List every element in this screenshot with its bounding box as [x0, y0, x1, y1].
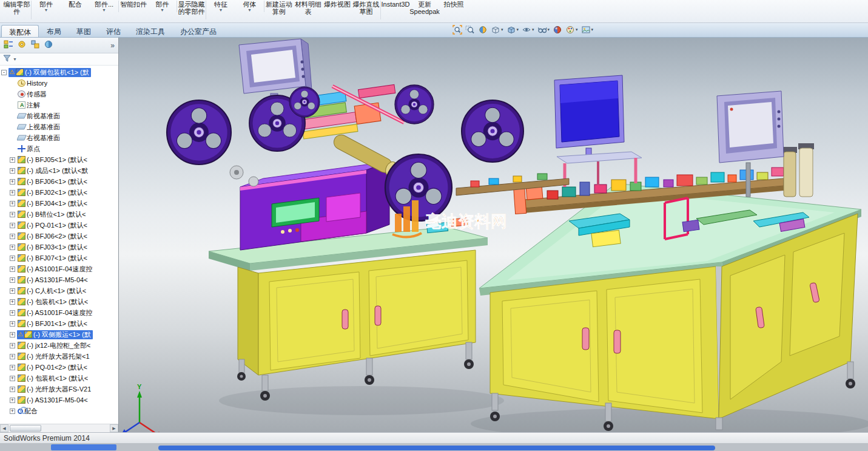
ribbon-tab[interactable]: 渲染工具 — [129, 25, 172, 37]
ribbon-tab[interactable]: 布局 — [39, 25, 69, 37]
dropdown-caret-icon[interactable]: ▾ — [591, 27, 594, 32]
expander-icon[interactable]: + — [10, 376, 15, 381]
tree-item[interactable]: + (-) 光纤放大器托架<1 — [0, 351, 118, 362]
tree-item[interactable]: + 配合 — [0, 405, 118, 416]
dropdown-caret-icon[interactable]: ▼ — [219, 8, 223, 12]
expander-icon[interactable]: + — [10, 179, 15, 185]
left-table[interactable] — [209, 227, 488, 401]
tree-item[interactable]: 注解 — [0, 100, 118, 110]
expander-icon[interactable]: + — [10, 398, 15, 403]
filter-funnel-icon[interactable] — [2, 54, 12, 65]
panel-overflow-button[interactable]: » — [110, 41, 115, 50]
expander-icon[interactable]: + — [10, 234, 15, 239]
tree-item[interactable]: History — [0, 78, 118, 89]
expander-icon[interactable]: + — [10, 332, 15, 337]
scroll-thumb[interactable] — [10, 425, 41, 432]
tree-item[interactable]: + (-) 双侧搬运<1> (默 — [0, 329, 118, 340]
zoom-fit-icon[interactable] — [452, 24, 463, 35]
expander-icon[interactable]: - — [1, 70, 7, 75]
display-style-icon[interactable]: ▾ — [506, 24, 520, 35]
tree-item[interactable]: 前视基准面 — [0, 110, 118, 121]
dropdown-caret-icon[interactable]: ▾ — [576, 27, 578, 32]
configurationmanager-tab-icon[interactable] — [30, 39, 40, 52]
tree-item[interactable]: - (-) 双侧包装机<1> (默 — [0, 67, 118, 78]
edit-appearance-icon[interactable] — [552, 24, 563, 35]
scene-canvas[interactable]: 毫迪资料网 Y X Z — [119, 38, 868, 432]
reel[interactable] — [395, 85, 434, 124]
monitor-blue[interactable] — [554, 75, 642, 187]
expander-icon[interactable]: + — [10, 168, 15, 174]
tree-item[interactable]: 右视基准面 — [0, 132, 118, 143]
tree-item[interactable]: 原点 — [0, 143, 118, 154]
toolbar-button[interactable]: 编辑零部件 ▼ — [2, 1, 32, 19]
tree-item[interactable]: + (-) 包装机<1> (默认< — [0, 373, 118, 384]
expander-icon[interactable]: + — [10, 321, 15, 327]
expander-icon[interactable]: + — [10, 190, 15, 195]
expander-icon[interactable]: + — [10, 299, 15, 305]
toolbar-button[interactable]: Instant3D ▼ — [381, 1, 410, 12]
ribbon-tab[interactable]: 装配体 — [1, 25, 39, 37]
tree-item[interactable]: + (-) 成品<1> (默认<默 — [0, 165, 118, 176]
dropdown-caret-icon[interactable]: ▾ — [501, 27, 503, 32]
dropdown-caret-icon[interactable]: ▼ — [247, 8, 252, 12]
dropdown-caret-icon[interactable]: ▼ — [44, 8, 49, 12]
tree-item[interactable]: + (-) BFJ07<1> (默认< — [0, 253, 118, 263]
toolbar-button[interactable]: 智能扣件 ▼ — [119, 1, 148, 12]
expander-icon[interactable]: + — [10, 288, 15, 294]
tree-item[interactable]: + (-) BFJ01<1> (默认< — [0, 318, 118, 329]
tree-item[interactable]: 上视基准面 — [0, 121, 118, 132]
tree-item[interactable]: + (-) PQ-01<1> (默认< — [0, 220, 118, 231]
toolbar-button[interactable]: 部件 ▼ — [32, 1, 61, 12]
expander-icon[interactable]: + — [10, 277, 15, 283]
toolbar-button[interactable]: 爆炸直线草图 ▼ — [352, 1, 381, 19]
propertymanager-tab-icon[interactable] — [17, 39, 27, 52]
zoom-to-area-icon[interactable] — [465, 24, 476, 35]
tree-item[interactable]: + (-) 光纤放大器FS-V21 — [0, 384, 118, 395]
toolbar-button[interactable]: 材料明细表 ▼ — [294, 1, 323, 19]
expander-icon[interactable]: + — [10, 343, 15, 348]
toolbar-button[interactable]: 更新Speedpak ▼ — [410, 1, 439, 19]
expander-icon[interactable]: + — [10, 409, 15, 414]
toolbar-button[interactable]: 配合 ▼ — [61, 1, 90, 12]
dropdown-caret-icon[interactable]: ▾ — [532, 27, 534, 32]
dropdown-caret-icon[interactable]: ▾ — [517, 27, 519, 32]
toolbar-button[interactable]: 部件 ▼ — [148, 1, 177, 12]
hide-show-items-icon[interactable]: ▾ — [521, 24, 535, 35]
section-view-icon[interactable] — [477, 24, 488, 35]
view-settings-icon[interactable]: ▾ — [537, 24, 551, 35]
expander-icon[interactable]: + — [10, 245, 15, 250]
expander-icon[interactable]: + — [10, 223, 15, 228]
view-orientation-icon[interactable]: ▾ — [490, 24, 504, 35]
toolbar-button[interactable]: 部件... ▼ — [90, 1, 119, 12]
tree-item[interactable]: + (-) AS1001F-04速度控 — [0, 307, 118, 318]
expander-icon[interactable]: + — [10, 201, 15, 206]
tree-item[interactable]: + (-) BFJ02<1> (默认< — [0, 187, 118, 198]
tree-item[interactable]: + (-) BFJ06<1> (默认< — [0, 176, 118, 187]
toolbar-button[interactable]: 何体 ▼ — [235, 1, 264, 12]
tree-item[interactable]: + (-) AS1301F-M5-04< — [0, 395, 118, 405]
expander-icon[interactable]: + — [10, 256, 15, 261]
apply-scene-icon[interactable]: ▾ — [580, 24, 594, 35]
ribbon-tab[interactable]: 评估 — [99, 25, 128, 37]
tree-item[interactable]: + (-) B错位<1> (默认< — [0, 209, 118, 220]
right-table[interactable] — [479, 183, 861, 431]
featuremanager-tab-icon[interactable] — [4, 39, 13, 52]
reel[interactable] — [167, 100, 231, 164]
tree-item[interactable]: + (-) AS1301F-M5-04< — [0, 274, 118, 285]
tree-item[interactable]: + (-) AS1001F-04速度控 — [0, 263, 118, 274]
tree-item[interactable]: + (-) jx12-电控柜_全部< — [0, 340, 118, 351]
tree-item[interactable]: + (-) C人机<1> (默认< — [0, 285, 118, 296]
tree-item[interactable]: 传感器 — [0, 89, 118, 100]
dropdown-caret-icon[interactable]: ▼ — [13, 57, 17, 61]
ribbon-tab[interactable]: 办公室产品 — [173, 25, 224, 37]
tree-item[interactable]: + (-) BFJ04<1> (默认< — [0, 198, 118, 209]
toolbar-button[interactable]: 显示隐藏的零部件 ▼ — [177, 1, 206, 19]
toolbar-button[interactable]: 特征 ▼ — [206, 1, 235, 12]
expander-icon[interactable]: + — [10, 212, 15, 217]
dropdown-caret-icon[interactable]: ▼ — [160, 8, 164, 12]
tree-item[interactable]: + (-) 包装机<1> (默认< — [0, 296, 118, 307]
tree-item[interactable]: + (-) BFJ05<1> (默认< — [0, 154, 118, 165]
expander-icon[interactable]: + — [10, 354, 15, 359]
scroll-left-button[interactable] — [0, 424, 8, 432]
graphics-viewport[interactable]: 毫迪资料网 Y X Z — [119, 38, 868, 432]
